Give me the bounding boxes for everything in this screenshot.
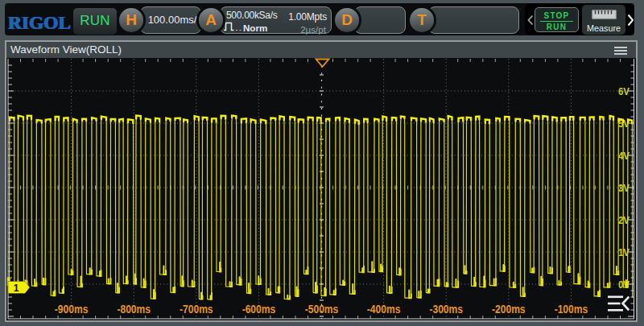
svg-text:-700ms: -700ms: [180, 303, 213, 316]
svg-text:-400ms: -400ms: [367, 303, 401, 316]
svg-text:1: 1: [14, 283, 19, 294]
svg-text:6V: 6V: [618, 85, 630, 97]
svg-text:-500ms: -500ms: [305, 303, 339, 316]
svg-text:-800ms: -800ms: [117, 303, 151, 316]
svg-text:-600ms: -600ms: [242, 303, 276, 316]
svg-text:-200ms: -200ms: [492, 303, 526, 316]
svg-text:-100ms: -100ms: [555, 303, 588, 316]
svg-text:-300ms: -300ms: [429, 303, 463, 316]
svg-text:-900ms: -900ms: [55, 303, 89, 316]
